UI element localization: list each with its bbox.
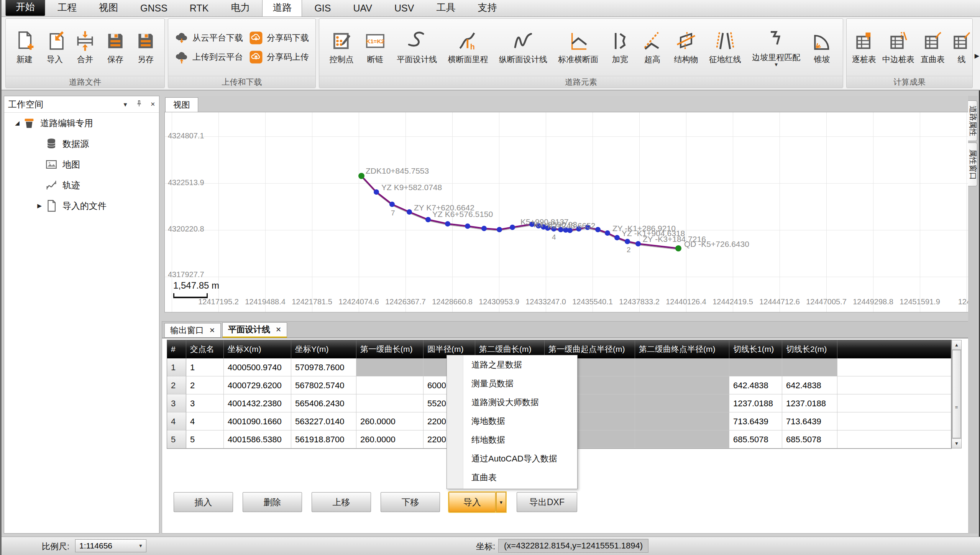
alignment-vertex-point[interactable] — [595, 227, 601, 232]
alignment-vertex-point[interactable] — [605, 230, 610, 236]
alignment-vertex-point[interactable] — [481, 226, 487, 231]
menu-item-道路测设大师数据[interactable]: 道路测设大师数据 — [447, 393, 577, 412]
ribbon-button-锥坡[interactable]: 锥坡 — [808, 30, 836, 66]
table-cell[interactable]: 3 — [186, 394, 224, 412]
table-cell[interactable]: 561918.8700 — [291, 430, 356, 448]
dock-tab-道路属性[interactable]: 道路属性 — [968, 100, 977, 141]
alignment-endpoint[interactable] — [675, 245, 681, 251]
table-cell[interactable]: 4001432.2380 — [224, 394, 291, 412]
table-cell[interactable]: 642.4838 — [729, 376, 782, 394]
ribbon-button-征地红线[interactable]: 征地红线 — [706, 30, 744, 66]
ribbon-button-逐桩表[interactable]: 逐桩表 — [849, 30, 879, 66]
table-cell[interactable] — [635, 412, 729, 430]
tree-item-道路编辑专用[interactable]: ◢道路编辑专用 — [4, 113, 159, 133]
alignment-vertex-point[interactable] — [445, 221, 450, 227]
import-button[interactable]: 导入 — [449, 492, 496, 512]
table-cell[interactable]: 713.6439 — [782, 412, 837, 430]
table-cell[interactable] — [729, 358, 782, 376]
tree-item-数据源[interactable]: 数据源 — [4, 133, 159, 154]
table-cell[interactable]: 260.0000 — [356, 430, 424, 448]
ribbon-item-分享码上传[interactable]: 分享码上传 — [249, 50, 309, 64]
ribbon-button-纵断面设计线[interactable]: 纵断面设计线 — [496, 30, 550, 66]
ribbon-button-线[interactable]: 线 — [948, 30, 972, 66]
row-header-cell[interactable]: 5 — [167, 430, 186, 448]
column-header-第一缓曲长(m)[interactable]: 第一缓曲长(m) — [356, 340, 424, 358]
alignment-endpoint[interactable] — [358, 173, 364, 179]
row-header-cell[interactable]: 3 — [167, 394, 186, 412]
menu-tab-支持[interactable]: 支持 — [468, 0, 507, 16]
menu-tab-USV[interactable]: USV — [384, 0, 424, 16]
menu-item-直曲表[interactable]: 直曲表 — [447, 468, 577, 487]
close-icon[interactable]: ✕ — [209, 326, 215, 335]
table-cell[interactable]: 567802.5740 — [291, 376, 356, 394]
tree-item-轨迹[interactable]: 轨迹 — [4, 175, 159, 195]
scroll-up-arrow-icon[interactable]: ▲ — [952, 340, 961, 350]
table-cell[interactable]: 565406.2430 — [291, 394, 356, 412]
ribbon-button-超高[interactable]: 超高 — [639, 30, 666, 66]
tab-输出窗口[interactable]: 输出窗口✕ — [164, 323, 221, 338]
table-cell[interactable]: 4001090.1660 — [224, 412, 291, 430]
close-icon[interactable]: ✕ — [276, 325, 281, 334]
ribbon-item-分享码下载[interactable]: 分享码下载 — [249, 31, 309, 45]
ribbon-item-从云平台下载[interactable]: 从云平台下载 — [175, 31, 243, 45]
menu-item-测量员数据[interactable]: 测量员数据 — [447, 374, 577, 393]
table-cell[interactable]: 570978.7600 — [291, 358, 356, 376]
table-cell[interactable]: 4 — [186, 412, 224, 430]
map-canvas[interactable]: 1,547.85 m 4324807.14322513.94320220.843… — [164, 112, 971, 312]
ribbon-button-结构物[interactable]: 结构物 — [671, 30, 701, 66]
alignment-vertex-point[interactable] — [374, 189, 379, 195]
table-cell[interactable] — [837, 412, 951, 430]
table-cell[interactable]: 2 — [186, 376, 224, 394]
table-cell[interactable]: 5 — [186, 430, 224, 448]
ribbon-button-保存[interactable]: 保存 — [102, 30, 129, 66]
ribbon-overflow-arrow-icon[interactable]: ▶ — [975, 52, 979, 59]
menu-tab-工具[interactable]: 工具 — [426, 0, 465, 16]
table-cell[interactable] — [635, 376, 729, 394]
table-删除-button[interactable]: 删除 — [243, 492, 302, 512]
table-cell[interactable] — [782, 358, 837, 376]
ribbon-item-上传到云平台[interactable]: 上传到云平台 — [175, 50, 243, 64]
menu-tab-工程[interactable]: 工程 — [48, 0, 87, 16]
alignment-vertex-point[interactable] — [497, 227, 502, 232]
table-cell[interactable] — [837, 394, 951, 412]
alignment-vertex-point[interactable] — [614, 235, 620, 240]
menu-tab-开始[interactable]: 开始 — [5, 0, 45, 16]
tree-item-地图[interactable]: 地图 — [4, 154, 159, 175]
table-插入-button[interactable]: 插入 — [174, 492, 233, 512]
ribbon-button-另存[interactable]: 另存 — [132, 30, 159, 66]
menu-tab-电力[interactable]: 电力 — [221, 0, 260, 16]
ribbon-button-边坡里程匹配[interactable]: 边坡里程匹配▼ — [749, 28, 803, 67]
column-header-#[interactable]: # — [167, 340, 186, 358]
menu-item-通过AutoCAD导入数据[interactable]: 通过AutoCAD导入数据 — [447, 449, 577, 468]
export-dxf-button[interactable]: 导出DXF — [517, 492, 577, 512]
menu-item-纬地数据[interactable]: 纬地数据 — [447, 430, 577, 449]
ribbon-button-标准横断面[interactable]: 标准横断面 — [555, 30, 601, 66]
column-header-第二缓曲终点半径(m)[interactable]: 第二缓曲终点半径(m) — [635, 340, 729, 358]
table-cell[interactable] — [837, 358, 951, 376]
table-cell[interactable]: 1237.0188 — [729, 394, 782, 412]
menu-tab-GIS[interactable]: GIS — [304, 0, 341, 16]
table-vertical-scrollbar[interactable]: ▲ ≡ ▼ — [952, 340, 962, 448]
column-header-坐标Y(m)[interactable]: 坐标Y(m) — [291, 340, 356, 358]
tree-expander-icon[interactable]: ▶ — [34, 202, 45, 209]
table-下移-button[interactable]: 下移 — [381, 492, 440, 512]
column-header-坐标X(m)[interactable]: 坐标X(m) — [224, 340, 291, 358]
table-cell[interactable] — [356, 376, 424, 394]
ribbon-button-横断面里程[interactable]: h横断面里程 — [445, 30, 491, 66]
ribbon-button-中边桩表[interactable]: 中边桩表 — [879, 30, 918, 66]
alignment-vertex-point[interactable] — [425, 217, 431, 222]
table-cell[interactable]: 1 — [186, 358, 224, 376]
table-cell[interactable] — [356, 358, 424, 376]
alignment-vertex-point[interactable] — [625, 239, 630, 244]
alignment-vertex-point[interactable] — [407, 209, 412, 215]
table-cell[interactable]: 713.6439 — [729, 412, 782, 430]
row-header-cell[interactable]: 4 — [167, 412, 186, 430]
ribbon-button-断链[interactable]: K1=K2断链 — [361, 30, 389, 66]
table-cell[interactable]: 4000500.9740 — [224, 358, 291, 376]
table-上移-button[interactable]: 上移 — [312, 492, 371, 512]
tree-item-导入的文件[interactable]: ▶导入的文件 — [4, 195, 159, 216]
table-cell[interactable] — [635, 430, 729, 448]
table-cell[interactable]: 563227.0140 — [291, 412, 356, 430]
column-header-filler[interactable] — [837, 340, 951, 358]
column-header-交点名[interactable]: 交点名 — [186, 340, 224, 358]
